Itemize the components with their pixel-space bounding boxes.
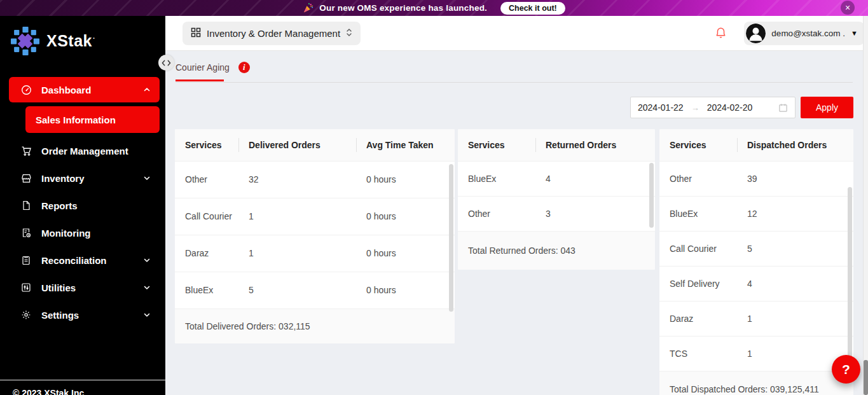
- brand-name: XStak: [46, 32, 95, 50]
- table-row: BlueEx12: [659, 196, 853, 231]
- table-cell: Other: [659, 172, 737, 186]
- table-body: Other320 hoursCall Courier10 hoursDaraz1…: [175, 161, 455, 308]
- table-scrollbar[interactable]: [649, 162, 654, 268]
- updown-caret-icon: [346, 27, 352, 39]
- table-cell: Other: [175, 173, 238, 186]
- topbar: Inventory & Order Management demo@xstak.…: [165, 16, 868, 51]
- sidebar-item-monitoring[interactable]: Monitoring: [9, 220, 160, 246]
- sidebar-item-order-management[interactable]: Order Management: [9, 138, 160, 163]
- table-row: TCS1: [659, 336, 853, 371]
- sidebar-item-utilities[interactable]: Utilities: [9, 275, 160, 300]
- announcement-banner: Our new OMS experience has launched. Che…: [0, 0, 868, 16]
- arrow-right-icon: →: [691, 103, 699, 113]
- table-cell: Daraz: [175, 247, 238, 260]
- table-cell: 32: [238, 173, 356, 186]
- check-it-out-button[interactable]: Check it out!: [500, 2, 565, 15]
- help-button[interactable]: ?: [832, 355, 860, 384]
- tab-label: Courier Aging: [176, 62, 230, 73]
- date-range-picker[interactable]: 2024-01-22 → 2024-02-20: [630, 97, 796, 118]
- table-cell: 0 hours: [356, 210, 455, 223]
- calendar-icon: [778, 103, 788, 113]
- table-cell: 39: [737, 172, 853, 186]
- delivered-orders-table: Services Delivered Orders Avg Time Taken…: [175, 129, 455, 343]
- table-scrollbar[interactable]: [449, 162, 454, 342]
- avatar: [746, 24, 766, 43]
- app-switcher[interactable]: Inventory & Order Management: [183, 22, 361, 45]
- sidebar-item-label: Monitoring: [41, 228, 90, 239]
- table-row: BlueEx50 hours: [175, 272, 455, 308]
- table-total: Total Delivered Orders: 032,115: [175, 308, 455, 343]
- table-cell: 5: [238, 284, 356, 297]
- table-cell: TCS: [659, 347, 737, 361]
- dashboard-icon: [20, 84, 32, 95]
- table-row: Daraz10 hours: [175, 235, 455, 272]
- sidebar-footer: © 2023 XStak Inc: [0, 380, 165, 395]
- table-cell: BlueEx: [458, 172, 535, 186]
- column-header: Services: [659, 139, 737, 152]
- column-header: Services: [175, 139, 238, 152]
- column-header: Avg Time Taken: [356, 139, 455, 152]
- sidebar-item-label: Reconciliation: [41, 255, 107, 266]
- close-icon: ×: [845, 3, 850, 13]
- chevron-down-icon: [143, 255, 151, 266]
- apply-button[interactable]: Apply: [801, 97, 853, 118]
- chevron-down-icon: [143, 282, 151, 293]
- table-row: Other320 hours: [175, 161, 455, 198]
- returned-orders-table: Services Returned Orders BlueEx4Other3 T…: [458, 129, 655, 270]
- banner-close-button[interactable]: ×: [841, 1, 855, 15]
- table-cell: 0 hours: [356, 247, 455, 260]
- table-row: Call Courier10 hours: [175, 198, 455, 235]
- column-header: Delivered Orders: [238, 139, 356, 152]
- date-to-value[interactable]: 2024-02-20: [707, 102, 753, 113]
- sidebar-item-label: Utilities: [41, 282, 76, 293]
- table-row: Other39: [659, 161, 853, 196]
- table-cell: Call Courier: [175, 210, 238, 223]
- scrollbar-thumb[interactable]: [649, 163, 654, 228]
- table-total: Total Dispatched Orders: 039,125,411: [659, 371, 853, 395]
- grid-icon: [191, 27, 201, 39]
- divider: [176, 82, 853, 83]
- table-body: BlueEx4Other3: [458, 161, 655, 231]
- sliders-icon: [20, 282, 32, 293]
- sidebar-item-label: Reports: [41, 200, 78, 211]
- sidebar-item-settings[interactable]: Settings: [9, 302, 160, 328]
- scrollbar-thumb[interactable]: [449, 164, 453, 312]
- sidebar-item-dashboard[interactable]: Dashboard: [9, 77, 160, 102]
- table-cell: 4: [535, 172, 655, 186]
- sidebar-item-label: Inventory: [41, 173, 85, 184]
- user-menu[interactable]: demo@xstak.com . ▼: [744, 22, 864, 45]
- table-cell: 12: [737, 207, 853, 221]
- date-from-value[interactable]: 2024-01-22: [638, 102, 684, 113]
- brand: XStak: [0, 16, 165, 55]
- table-cell: BlueEx: [659, 207, 737, 221]
- cart-icon: [20, 145, 32, 156]
- notification-bell-icon[interactable]: [714, 26, 727, 40]
- sidebar-item-label: Sales Information: [36, 114, 116, 125]
- store-icon: [20, 172, 32, 184]
- chevron-down-icon: ▼: [851, 29, 858, 37]
- sidebar-item-reports[interactable]: Reports: [9, 193, 160, 218]
- sidebar-item-sales-information[interactable]: Sales Information: [25, 106, 160, 133]
- sidebar-collapse-toggle[interactable]: [158, 55, 174, 71]
- table-header: Services Delivered Orders Avg Time Taken: [175, 129, 455, 161]
- table-row: Self Delivery4: [659, 266, 853, 301]
- sidebar-item-reconciliation[interactable]: Reconciliation: [9, 247, 160, 273]
- table-cell: Call Courier: [659, 242, 737, 256]
- chevron-down-icon: [143, 173, 151, 184]
- tab-courier-aging[interactable]: Courier Aging i: [176, 62, 250, 81]
- info-icon[interactable]: i: [238, 62, 250, 73]
- table-cell: 4: [737, 277, 853, 291]
- table-total: Total Returned Orders: 043: [458, 231, 655, 270]
- table-row: Call Courier5: [659, 231, 853, 266]
- party-popper-icon: [303, 3, 313, 13]
- copyright-text: © 2023 XStak Inc: [13, 388, 165, 395]
- table-cell: 0 hours: [356, 284, 455, 297]
- divider: [0, 380, 165, 380]
- scrollbar-thumb[interactable]: [848, 187, 852, 371]
- sidebar-item-label: Settings: [41, 310, 79, 321]
- scrollbar-thumb[interactable]: [864, 360, 868, 395]
- sidebar-item-inventory[interactable]: Inventory: [9, 165, 160, 191]
- page-scrollbar[interactable]: [863, 16, 868, 395]
- table-header: Services Returned Orders: [458, 129, 655, 161]
- chevron-up-icon: [143, 85, 151, 95]
